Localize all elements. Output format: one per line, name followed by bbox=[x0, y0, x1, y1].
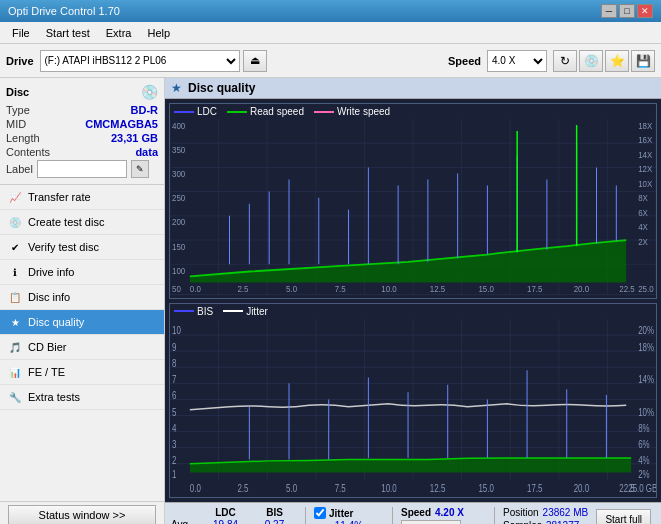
app-title: Opti Drive Control 1.70 bbox=[8, 5, 120, 17]
speed-section: Speed 4.20 X 4.0 X bbox=[401, 507, 486, 524]
nav-extra-tests[interactable]: 🔧 Extra tests bbox=[0, 385, 164, 410]
ldc-legend-color bbox=[174, 111, 194, 113]
speed-label: Speed bbox=[448, 55, 481, 67]
button-section: Start full Start part bbox=[596, 507, 651, 524]
svg-text:10: 10 bbox=[172, 323, 181, 336]
drive-selector[interactable]: (F:) ATAPI iHBS112 2 PL06 bbox=[40, 50, 240, 72]
nav-fe-te[interactable]: 📊 FE / TE bbox=[0, 360, 164, 385]
top-chart: LDC Read speed Write speed bbox=[169, 103, 657, 299]
svg-text:25.0 GB: 25.0 GB bbox=[638, 283, 656, 294]
avg-ldc-val: 19.84 bbox=[203, 519, 248, 524]
svg-text:8%: 8% bbox=[638, 421, 650, 434]
label-edit-button[interactable]: ✎ bbox=[131, 160, 149, 178]
transfer-rate-icon: 📈 bbox=[8, 190, 22, 204]
close-button[interactable]: ✕ bbox=[637, 4, 653, 18]
svg-text:5: 5 bbox=[172, 404, 177, 417]
menu-extra[interactable]: Extra bbox=[98, 25, 140, 41]
titlebar: Opti Drive Control 1.70 ─ □ ✕ bbox=[0, 0, 661, 22]
write-speed-legend: Write speed bbox=[314, 106, 390, 117]
nav-drive-info[interactable]: ℹ Drive info bbox=[0, 260, 164, 285]
svg-text:4X: 4X bbox=[638, 222, 648, 233]
speed-select[interactable]: 4.0 X bbox=[401, 520, 461, 524]
charts-area: LDC Read speed Write speed bbox=[165, 99, 661, 502]
svg-text:2.5: 2.5 bbox=[237, 283, 248, 294]
svg-text:14%: 14% bbox=[638, 372, 654, 385]
speed-selector[interactable]: 4.0 X bbox=[487, 50, 547, 72]
edit-icon: ✎ bbox=[136, 164, 144, 174]
jitter-legend-label: Jitter bbox=[246, 306, 268, 317]
disc-length-row: Length 23,31 GB bbox=[6, 132, 158, 144]
top-chart-svg: 400 350 300 250 200 150 100 50 18X 16X 1… bbox=[170, 119, 656, 295]
eject-icon: ⏏ bbox=[250, 54, 260, 67]
label-input[interactable] bbox=[37, 160, 127, 178]
status-bar: Status window >> 33:13 Test completed bbox=[0, 501, 164, 524]
nav-verify-test-disc-label: Verify test disc bbox=[28, 241, 99, 253]
nav-create-test-disc[interactable]: 💿 Create test disc bbox=[0, 210, 164, 235]
bis-legend-color bbox=[174, 310, 194, 312]
svg-text:15.0: 15.0 bbox=[478, 481, 494, 494]
svg-text:4%: 4% bbox=[638, 453, 650, 466]
star-icon: ⭐ bbox=[610, 54, 625, 68]
start-full-button[interactable]: Start full bbox=[596, 509, 651, 524]
svg-text:50: 50 bbox=[172, 283, 181, 294]
minimize-button[interactable]: ─ bbox=[601, 4, 617, 18]
svg-text:18X: 18X bbox=[638, 120, 652, 131]
chart-title: Disc quality bbox=[188, 81, 255, 95]
svg-text:16X: 16X bbox=[638, 134, 652, 145]
refresh-icon: ↻ bbox=[560, 54, 570, 68]
avg-row-label: Avg bbox=[171, 519, 199, 524]
action-button1[interactable]: 💿 bbox=[579, 50, 603, 72]
read-speed-legend-label: Read speed bbox=[250, 106, 304, 117]
svg-text:12.5: 12.5 bbox=[430, 283, 446, 294]
status-window-button[interactable]: Status window >> bbox=[8, 505, 156, 524]
svg-text:8: 8 bbox=[172, 356, 177, 369]
nav-disc-quality-label: Disc quality bbox=[28, 316, 84, 328]
samples-val: 381277 bbox=[546, 520, 579, 524]
svg-text:18%: 18% bbox=[638, 340, 654, 353]
svg-text:3: 3 bbox=[172, 437, 177, 450]
menu-help[interactable]: Help bbox=[139, 25, 178, 41]
nav-create-test-disc-label: Create test disc bbox=[28, 216, 104, 228]
nav-verify-test-disc[interactable]: ✔ Verify test disc bbox=[0, 235, 164, 260]
disc-panel-title: Disc bbox=[6, 86, 29, 98]
nav-menu: 📈 Transfer rate 💿 Create test disc ✔ Ver… bbox=[0, 185, 164, 501]
eject-button[interactable]: ⏏ bbox=[243, 50, 267, 72]
menu-file[interactable]: File bbox=[4, 25, 38, 41]
disc-type-label: Type bbox=[6, 104, 30, 116]
drive-label: Drive bbox=[6, 55, 34, 67]
nav-disc-info[interactable]: 📋 Disc info bbox=[0, 285, 164, 310]
action-button2[interactable]: ⭐ bbox=[605, 50, 629, 72]
nav-transfer-rate-label: Transfer rate bbox=[28, 191, 91, 203]
svg-text:400: 400 bbox=[172, 120, 185, 131]
save-icon: 💾 bbox=[636, 54, 651, 68]
chart-header-icon: ★ bbox=[171, 81, 182, 95]
stats-separator-1 bbox=[305, 507, 306, 524]
avg-bis-val: 0.27 bbox=[252, 519, 297, 524]
disc-quality-icon: ★ bbox=[8, 315, 22, 329]
maximize-button[interactable]: □ bbox=[619, 4, 635, 18]
save-button[interactable]: 💾 bbox=[631, 50, 655, 72]
nav-cd-bier[interactable]: 🎵 CD Bier bbox=[0, 335, 164, 360]
bis-legend-label: BIS bbox=[197, 306, 213, 317]
avg-speed-val: 4.20 X bbox=[435, 507, 464, 518]
nav-disc-info-label: Disc info bbox=[28, 291, 70, 303]
disc-info-icon: 📋 bbox=[8, 290, 22, 304]
disc-type-row: Type BD-R bbox=[6, 104, 158, 116]
refresh-button[interactable]: ↻ bbox=[553, 50, 577, 72]
svg-text:8X: 8X bbox=[638, 193, 648, 204]
jitter-checkbox[interactable] bbox=[314, 507, 326, 519]
svg-text:0.0: 0.0 bbox=[190, 481, 201, 494]
position-val: 23862 MB bbox=[543, 507, 589, 518]
nav-disc-quality[interactable]: ★ Disc quality bbox=[0, 310, 164, 335]
extra-tests-icon: 🔧 bbox=[8, 390, 22, 404]
stats-panel: LDC BIS Avg 19.84 0.27 Max 327 8 Total 7… bbox=[165, 502, 661, 524]
svg-text:5.0: 5.0 bbox=[286, 283, 297, 294]
menu-start-test[interactable]: Start test bbox=[38, 25, 98, 41]
position-label: Position bbox=[503, 507, 539, 518]
svg-text:2X: 2X bbox=[638, 236, 648, 247]
nav-transfer-rate[interactable]: 📈 Transfer rate bbox=[0, 185, 164, 210]
svg-text:17.5: 17.5 bbox=[527, 283, 543, 294]
svg-text:7.5: 7.5 bbox=[335, 481, 346, 494]
bis-legend: BIS bbox=[174, 306, 213, 317]
svg-text:7: 7 bbox=[172, 372, 177, 385]
